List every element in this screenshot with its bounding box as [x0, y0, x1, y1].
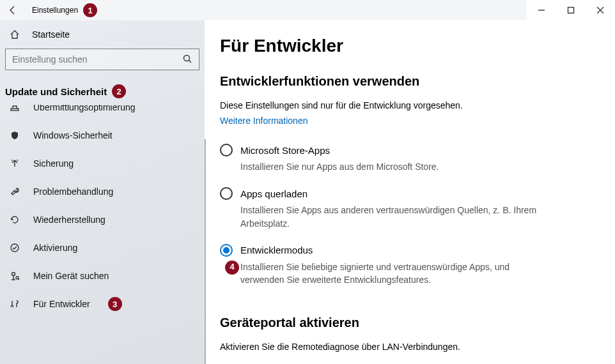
svg-point-1 — [184, 55, 190, 61]
content-area: Für Entwickler Entwicklerfunktionen verw… — [205, 20, 615, 364]
wrench-icon — [9, 186, 20, 197]
dev-features-heading: Entwicklerfunktionen verwenden — [220, 74, 600, 89]
radio-option-store[interactable]: Microsoft Store-Apps Installieren Sie nu… — [220, 144, 552, 173]
sidebar-item-delivery[interactable]: Übermittlungsoptimierung — [0, 105, 205, 121]
device-portal-heading: Geräteportal aktivieren — [220, 315, 600, 330]
radio-desc: Installieren Sie beliebige signierte und… — [240, 262, 510, 285]
titlebar: Einstellungen 1 — [0, 0, 615, 20]
recovery-icon — [9, 214, 20, 225]
maximize-icon — [566, 5, 576, 15]
home-icon — [9, 29, 20, 40]
sidebar-item-developers[interactable]: Für Entwickler 3 — [0, 290, 205, 318]
sidebar-item-label: Problembehandlung — [33, 186, 113, 197]
sidebar-item-activation[interactable]: Aktivierung — [0, 234, 205, 262]
radio-icon-selected — [220, 244, 233, 257]
more-info-link[interactable]: Weitere Informationen — [220, 116, 308, 126]
annotation-badge-3: 3 — [108, 297, 122, 311]
sidebar-home[interactable]: Startseite — [0, 20, 205, 49]
sidebar-item-label: Für Entwickler — [33, 299, 90, 309]
device-portal-desc: Aktivieren Sie die Remotediagnose über L… — [220, 342, 600, 352]
radio-desc: Installieren Sie Apps aus anderen vertra… — [240, 204, 552, 230]
radio-icon — [220, 144, 233, 156]
sidebar-item-security[interactable]: Windows-Sicherheit — [0, 121, 205, 149]
sidebar-section-title: Update und Sicherheit 2 — [0, 75, 205, 105]
window-title: Einstellungen — [32, 6, 78, 15]
delivery-icon — [9, 105, 20, 113]
find-icon — [9, 270, 20, 282]
maximize-button[interactable] — [556, 0, 586, 20]
minimize-icon — [536, 5, 547, 15]
window-controls — [527, 0, 615, 20]
radio-label: Apps querladen — [240, 188, 308, 199]
scrollbar[interactable] — [205, 139, 206, 364]
svg-point-3 — [11, 244, 19, 252]
search-input[interactable] — [12, 54, 182, 64]
minimize-button[interactable] — [527, 0, 556, 20]
sidebar-item-label: Wiederherstellung — [33, 215, 105, 225]
close-icon — [595, 5, 605, 15]
annotation-badge-4: 4 — [225, 261, 239, 275]
radio-icon — [220, 187, 233, 200]
radio-option-sideload[interactable]: Apps querladen Installieren Sie Apps aus… — [220, 187, 552, 230]
radio-label: Microsoft Store-Apps — [240, 145, 330, 156]
annotation-badge-1: 1 — [83, 3, 97, 17]
sidebar-item-recovery[interactable]: Wiederherstellung — [0, 206, 205, 234]
arrow-left-icon — [8, 5, 18, 15]
check-icon — [9, 242, 20, 254]
sidebar-item-label: Aktivierung — [33, 243, 77, 253]
svg-point-4 — [12, 273, 15, 276]
back-button[interactable] — [0, 0, 26, 20]
radio-option-devmode[interactable]: Entwicklermodus 4 Installieren Sie belie… — [220, 244, 552, 287]
search-box[interactable] — [5, 49, 199, 70]
close-button[interactable] — [586, 0, 615, 20]
sidebar-nav-list: Übermittlungsoptimierung Windows-Sicherh… — [0, 105, 205, 318]
annotation-badge-2: 2 — [112, 84, 126, 98]
svg-rect-0 — [568, 8, 574, 13]
sidebar-item-label: Windows-Sicherheit — [33, 130, 113, 140]
dev-features-desc: Diese Einstellungen sind nur für die Ent… — [220, 100, 600, 110]
svg-point-5 — [16, 277, 19, 279]
radio-label: Entwicklermodus — [240, 245, 313, 255]
search-icon — [182, 54, 192, 66]
sidebar-item-troubleshoot[interactable]: Problembehandlung — [0, 178, 205, 206]
tools-icon — [9, 298, 20, 310]
sidebar-item-backup[interactable]: Sicherung — [0, 149, 205, 178]
sidebar-item-label: Mein Gerät suchen — [33, 271, 109, 281]
svg-rect-2 — [11, 109, 19, 110]
sidebar-item-label: Sicherung — [33, 158, 74, 169]
sidebar-home-label: Startseite — [32, 29, 70, 40]
backup-icon — [9, 158, 20, 169]
sidebar-item-find-device[interactable]: Mein Gerät suchen — [0, 262, 205, 290]
sidebar: Startseite Update und Sicherheit 2 Überm… — [0, 20, 205, 364]
page-title: Für Entwickler — [220, 36, 600, 56]
radio-desc: Installieren Sie nur Apps aus dem Micros… — [240, 160, 552, 173]
sidebar-item-label: Übermittlungsoptimierung — [33, 105, 136, 112]
shield-icon — [9, 130, 20, 141]
